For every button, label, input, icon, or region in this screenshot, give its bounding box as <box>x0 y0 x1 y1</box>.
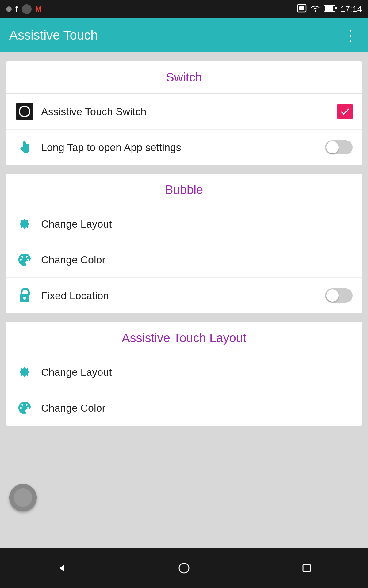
at-layout-section-card: Assistive Touch Layout Change Layout Cha… <box>6 322 362 426</box>
svg-rect-1 <box>299 6 304 10</box>
bubble-change-color-item[interactable]: Change Color <box>6 242 362 278</box>
home-nav-button[interactable] <box>169 556 199 580</box>
gmail-icon: M <box>35 5 41 13</box>
assistive-touch-switch-label: Assistive Touch Switch <box>41 106 337 118</box>
fixed-location-label: Fixed Location <box>41 290 325 302</box>
fixed-location-item[interactable]: Fixed Location <box>6 278 362 313</box>
bubble-change-color-label: Change Color <box>41 254 353 266</box>
navigation-bar <box>0 548 368 588</box>
hand-touch-icon <box>15 138 34 156</box>
long-tap-settings-label: Long Tap to open App settings <box>41 141 325 153</box>
battery-icon <box>324 5 337 14</box>
svg-rect-9 <box>24 298 25 300</box>
status-bar: f M 17: <box>0 0 368 18</box>
svg-rect-6 <box>23 142 26 149</box>
at-layout-section-header: Assistive Touch Layout <box>6 322 362 354</box>
status-time: 17:14 <box>340 4 362 14</box>
bubble-change-layout-item[interactable]: Change Layout <box>6 206 362 242</box>
fixed-location-toggle[interactable] <box>325 288 353 303</box>
at-palette-icon <box>15 399 34 417</box>
sim-icon <box>297 4 307 15</box>
at-change-color-item[interactable]: Change Color <box>6 390 362 426</box>
status-bar-left: f M <box>6 4 41 14</box>
assistive-touch-checkbox[interactable] <box>337 104 353 119</box>
switch-section-header: Switch <box>6 61 362 94</box>
overflow-menu-button[interactable]: ⋮ <box>343 28 359 43</box>
circle-icon <box>22 4 32 14</box>
back-nav-button[interactable] <box>46 556 77 580</box>
bubble-section-card: Bubble Change Layout Change Color <box>6 174 362 313</box>
floating-at-button[interactable] <box>9 484 37 511</box>
at-change-layout-item[interactable]: Change Layout <box>6 354 362 390</box>
at-change-layout-label: Change Layout <box>41 366 353 378</box>
status-bar-right: 17:14 <box>297 4 362 15</box>
app-bar-title: Assistive Touch <box>9 28 98 43</box>
at-layout-section-title: Assistive Touch Layout <box>122 331 246 345</box>
app-bar: Assistive Touch ⋮ <box>0 18 368 52</box>
palette-icon <box>15 251 34 269</box>
switch-section-card: Switch Assistive Touch Switch <box>6 61 362 165</box>
layout-gear-icon <box>15 215 34 233</box>
floating-at-button-inner <box>14 488 32 507</box>
bubble-change-layout-label: Change Layout <box>41 218 353 230</box>
bubble-section-header: Bubble <box>6 174 362 206</box>
recents-nav-button[interactable] <box>291 556 322 580</box>
bubble-section-title: Bubble <box>165 183 203 196</box>
long-tap-toggle[interactable] <box>325 140 353 154</box>
at-layout-gear-icon <box>15 363 34 381</box>
svg-rect-3 <box>335 7 337 9</box>
wifi-icon <box>310 4 321 15</box>
svg-point-11 <box>179 563 189 573</box>
assistive-touch-switch-item[interactable]: Assistive Touch Switch <box>6 94 362 130</box>
main-content: Switch Assistive Touch Switch <box>0 52 368 435</box>
long-tap-settings-item[interactable]: Long Tap to open App settings <box>6 130 362 165</box>
lock-icon <box>15 286 34 305</box>
at-change-color-label: Change Color <box>41 402 353 414</box>
svg-marker-10 <box>59 564 64 572</box>
facebook-icon: f <box>15 4 18 14</box>
switch-section-title: Switch <box>166 70 202 84</box>
at-button-icon <box>15 102 34 121</box>
svg-rect-12 <box>303 564 310 572</box>
svg-rect-4 <box>325 6 333 11</box>
notification-dot-icon <box>6 6 12 12</box>
